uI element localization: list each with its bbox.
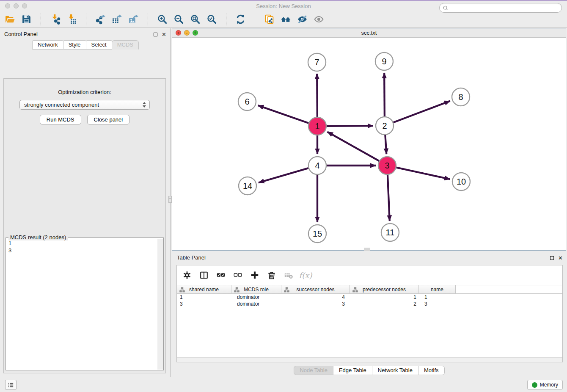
import-network-icon[interactable] [50, 14, 61, 25]
column-header-successor-nodes[interactable]: successor nodes [281, 285, 350, 293]
table-header-row: shared name MCDS role successor nodes pr… [177, 285, 562, 294]
svg-text:7: 7 [314, 58, 319, 67]
tab-mcds[interactable]: MCDS [112, 40, 139, 50]
add-column-icon[interactable] [250, 270, 260, 280]
maximize-window-icon[interactable] [22, 3, 27, 8]
close-table-panel-icon[interactable]: ✕ [558, 256, 563, 260]
close-panel-icon[interactable]: ✕ [162, 33, 166, 36]
column-header-shared-name[interactable]: shared name [177, 285, 231, 293]
hide-selected-icon[interactable] [297, 14, 308, 25]
float-panel-icon[interactable] [154, 33, 157, 36]
table-panel-tabs: Node TableEdge TableNetwork TableMotifs [172, 366, 567, 375]
network-view-window: x - + scc.txt 7968124314101511 [172, 28, 566, 251]
zoom-selected-icon[interactable] [206, 14, 217, 25]
search-input[interactable] [449, 4, 561, 12]
table-rows: 1dominator4113dominator323 [177, 294, 562, 307]
maximize-view-icon[interactable]: + [193, 30, 198, 36]
selected-criterion: strongly connected component [24, 102, 99, 108]
table-row[interactable]: 3dominator323 [177, 301, 562, 307]
apply-layout-icon[interactable] [235, 14, 246, 25]
svg-text:2: 2 [382, 121, 387, 130]
tab-network-table[interactable]: Network Table [372, 366, 418, 375]
duplicate-network-icon[interactable] [264, 14, 275, 25]
save-session-icon[interactable] [21, 14, 32, 25]
import-table-icon[interactable] [66, 14, 77, 25]
zoom-in-icon[interactable] [157, 14, 168, 25]
show-all-icon[interactable] [313, 14, 325, 25]
graph-edge-2-8[interactable] [394, 101, 450, 123]
deselect-all-icon[interactable] [233, 270, 243, 280]
graph-node-9[interactable]: 9 [375, 52, 393, 70]
graph-edge-2-9[interactable] [384, 73, 385, 116]
graph-node-3[interactable]: 3 [378, 157, 396, 174]
export-image-icon[interactable] [128, 14, 139, 25]
show-panels-button[interactable] [5, 380, 17, 390]
network-window-controls: x - + [176, 30, 198, 36]
tab-edge-table[interactable]: Edge Table [333, 366, 372, 375]
toolbar-search[interactable] [439, 3, 562, 13]
cell-shared-name: 3 [177, 301, 231, 307]
toolbar-separator [86, 13, 86, 26]
graph-edge-4-14[interactable] [259, 168, 308, 182]
main-toolbar [0, 11, 567, 28]
select-all-icon[interactable] [216, 270, 226, 280]
graph-node-7[interactable]: 7 [308, 53, 326, 71]
list-icon [7, 381, 14, 389]
run-mcds-button[interactable]: Run MCDS [40, 115, 81, 124]
float-table-panel-icon[interactable] [550, 256, 554, 260]
graph-edge-3-1[interactable] [328, 132, 379, 161]
open-file-icon[interactable] [4, 14, 16, 25]
zoom-out-icon[interactable] [173, 14, 184, 25]
column-header-MCDS-role[interactable]: MCDS role [231, 285, 281, 293]
mcds-result-text[interactable]: 13 [6, 238, 163, 256]
cell-successor-nodes: 4 [281, 294, 350, 301]
graph-node-8[interactable]: 8 [452, 88, 470, 106]
tab-network[interactable]: Network [32, 40, 63, 50]
close-panel-button[interactable]: Close panel [87, 115, 130, 124]
column-header-predecessor-nodes[interactable]: predecessor nodes [350, 285, 419, 293]
cell-MCDS-role: dominator [231, 301, 281, 307]
dropdown-stepper-icon [143, 102, 146, 108]
network-graph-canvas[interactable]: 7968124314101511 [172, 38, 565, 250]
tab-node-table[interactable]: Node Table [294, 366, 333, 375]
memory-status-icon [532, 382, 537, 388]
graph-edge-1-6[interactable] [258, 105, 308, 123]
horizontal-splitter-handle[interactable] [364, 248, 370, 251]
graph-edge-2-3[interactable] [385, 135, 386, 154]
tab-select[interactable]: Select [86, 40, 112, 50]
graph-node-15[interactable]: 15 [308, 225, 326, 243]
graph-node-1[interactable]: 1 [308, 117, 326, 135]
graph-node-2[interactable]: 2 [376, 117, 394, 135]
minimize-view-icon[interactable]: - [184, 30, 190, 36]
close-window-icon[interactable] [5, 3, 10, 8]
optimization-criterion-select[interactable]: strongly connected component [19, 100, 150, 110]
delete-rows-icon[interactable] [267, 270, 277, 280]
graph-node-6[interactable]: 6 [238, 93, 256, 110]
show-columns-icon[interactable] [199, 270, 209, 280]
memory-button[interactable]: Memory [527, 380, 563, 390]
graph-node-11[interactable]: 11 [381, 224, 399, 241]
column-header-name[interactable]: name [419, 285, 456, 293]
table-row[interactable]: 1dominator411 [177, 294, 562, 301]
table-horizontal-scrollbar[interactable] [177, 357, 562, 362]
graph-node-4[interactable]: 4 [308, 157, 326, 174]
tab-style[interactable]: Style [63, 40, 86, 50]
graph-edge-1-7[interactable] [317, 74, 317, 117]
graph-node-14[interactable]: 14 [239, 177, 256, 195]
result-scrollbar[interactable] [157, 239, 163, 370]
table-settings-icon[interactable] [182, 270, 192, 280]
graph-edge-3-10[interactable] [396, 168, 450, 179]
tab-motifs[interactable]: Motifs [418, 366, 445, 375]
graph-edge-3-11[interactable] [388, 175, 390, 221]
first-neighbors-icon[interactable] [280, 14, 292, 25]
close-view-icon[interactable]: x [176, 30, 181, 36]
svg-text:9: 9 [382, 57, 386, 66]
export-network-icon[interactable] [95, 14, 106, 25]
graph-edge-1-2[interactable] [327, 126, 373, 126]
export-table-icon[interactable] [111, 14, 123, 25]
graph-node-10[interactable]: 10 [452, 173, 470, 190]
minimize-window-icon[interactable] [14, 3, 19, 8]
vertical-splitter-handle[interactable] [168, 196, 172, 203]
window-traffic-lights [5, 3, 27, 8]
zoom-fit-icon[interactable] [190, 14, 201, 25]
